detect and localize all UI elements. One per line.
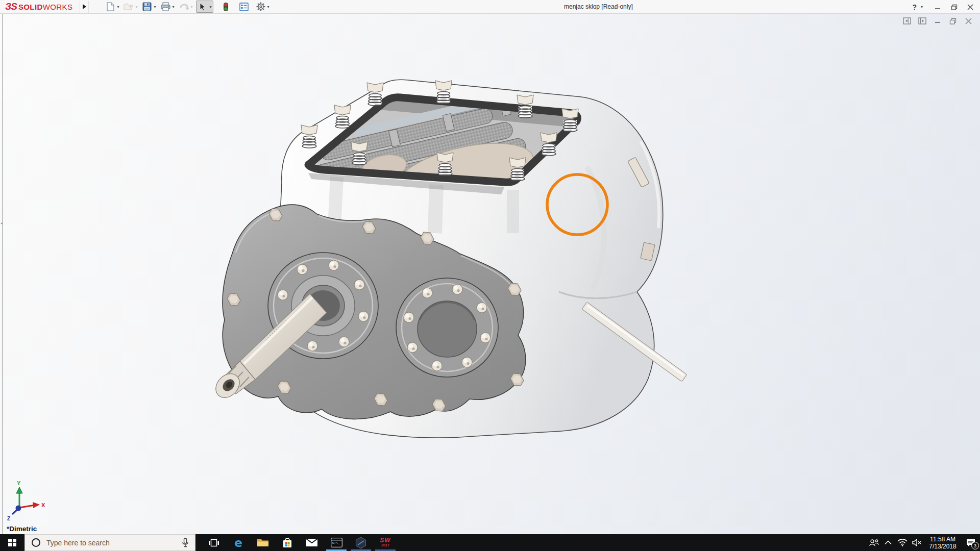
notification-badge: 3	[971, 542, 979, 549]
task-view-button[interactable]	[202, 534, 226, 551]
task-view-icon	[208, 538, 219, 548]
network-button[interactable]	[895, 534, 910, 551]
new-document-icon	[105, 2, 115, 12]
help-dropdown-caret[interactable]: ▾	[921, 5, 923, 9]
window-controls: ? ▾	[911, 0, 977, 14]
window-title: menjac sklop [Read-only]	[564, 3, 633, 10]
taskbar-search-input[interactable]: Type here to search	[24, 534, 195, 551]
quick-access-toolbar: ▾ ▾ ▾ ▾ ▾ ▾	[104, 1, 273, 13]
people-icon	[869, 539, 879, 547]
windows-logo-icon	[8, 539, 16, 547]
clock-time: 11:58 AM	[926, 536, 960, 543]
open-icon	[124, 2, 134, 12]
taskbar-edge-button[interactable]: e	[226, 534, 251, 551]
cortana-icon	[32, 538, 40, 547]
taskbar-app-icons: e C:	[202, 534, 398, 551]
solidworks-logo-mark: ЗS	[5, 1, 17, 12]
microphone-icon[interactable]	[182, 538, 189, 547]
view-orientation-label: *Dimetric	[7, 525, 37, 533]
right-bearing-cover[interactable]	[396, 278, 498, 377]
title-bar: ЗS SOLID WORKS ▾ ▾ ▾ ▾	[0, 0, 980, 14]
close-button[interactable]	[964, 2, 977, 12]
solidworks-logo-solid: SOLID	[18, 3, 43, 11]
flyout-arrow-icon	[82, 4, 86, 9]
wifi-icon	[897, 539, 908, 546]
select-button[interactable]: ▾	[196, 1, 213, 13]
undo-dropdown-caret: ▾	[190, 5, 192, 9]
save-dropdown-caret[interactable]: ▾	[154, 5, 156, 9]
volume-button[interactable]	[910, 534, 924, 551]
triad-y-label: Y	[17, 480, 21, 486]
select-cursor-icon	[198, 2, 208, 12]
stoplight-icon	[221, 2, 231, 12]
undo-button[interactable]: ▾	[178, 1, 193, 13]
minimize-button[interactable]	[931, 2, 944, 12]
minimize-icon	[935, 4, 941, 10]
taskbar-clock[interactable]: 11:58 AM 7/13/2018	[926, 536, 960, 550]
print-dropdown-caret[interactable]: ▾	[172, 5, 174, 9]
solidworks-logo-works: WORKS	[43, 3, 73, 11]
start-button[interactable]	[0, 534, 24, 551]
taskbar-file-explorer-button[interactable]	[251, 534, 275, 551]
options-button[interactable]: ▾	[255, 1, 271, 13]
reference-triad: Y X Z	[7, 480, 45, 521]
taskbar-command-prompt-button[interactable]: C:\_	[324, 534, 349, 551]
stoplight-button[interactable]	[220, 1, 232, 13]
system-tray: 11:58 AM 7/13/2018 3	[867, 534, 980, 551]
gearbox-3d-model[interactable]: Y X Z	[0, 14, 980, 534]
hexagon-app-icon	[355, 537, 367, 549]
save-button[interactable]: ▾	[141, 1, 157, 13]
open-dropdown-caret: ▾	[135, 5, 137, 9]
volume-muted-icon	[912, 539, 922, 546]
restore-icon	[951, 4, 958, 10]
mail-icon	[306, 538, 318, 547]
document-properties-icon	[239, 2, 249, 12]
save-icon	[142, 2, 152, 12]
print-button[interactable]: ▾	[159, 1, 175, 13]
undo-icon	[179, 2, 189, 12]
options-dropdown-caret[interactable]: ▾	[267, 5, 270, 9]
close-icon	[967, 4, 973, 10]
triad-z-label: Z	[7, 516, 10, 521]
windows-taskbar: Type here to search e	[0, 534, 980, 551]
taskbar-mail-button[interactable]	[300, 534, 324, 551]
search-placeholder: Type here to search	[46, 539, 182, 547]
clock-date: 7/13/2018	[926, 543, 960, 550]
people-button[interactable]	[867, 534, 881, 551]
file-explorer-icon	[257, 538, 269, 547]
open-button[interactable]: ▾	[122, 1, 138, 13]
taskbar-store-button[interactable]	[275, 534, 300, 551]
action-center-button[interactable]: 3	[962, 534, 980, 551]
new-document-button[interactable]: ▾	[104, 1, 120, 13]
chevron-up-icon	[885, 540, 892, 545]
graphics-viewport[interactable]: ◂	[0, 14, 980, 534]
menu-expand-button[interactable]	[80, 1, 89, 13]
command-prompt-icon: C:\_	[331, 538, 342, 547]
new-dropdown-caret[interactable]: ▾	[117, 5, 119, 9]
taskbar-hexagon-app-button[interactable]	[349, 534, 373, 551]
triad-x-label: X	[41, 502, 45, 508]
gear-icon	[256, 2, 266, 12]
taskbar-solidworks-button[interactable]: SW 2017	[373, 534, 398, 551]
restore-button[interactable]	[947, 2, 961, 12]
solidworks-logo: ЗS SOLID WORKS	[5, 1, 72, 12]
show-hidden-icons-button[interactable]	[881, 534, 895, 551]
select-dropdown-caret[interactable]: ▾	[209, 5, 211, 9]
edge-icon: e	[234, 537, 242, 548]
store-icon	[282, 537, 293, 548]
cmd-label: C:\_	[332, 541, 340, 545]
solidworks-2017-icon: SW 2017	[380, 537, 390, 548]
print-icon	[160, 2, 170, 12]
document-properties-button[interactable]	[238, 1, 250, 13]
help-button[interactable]: ?	[911, 3, 918, 11]
